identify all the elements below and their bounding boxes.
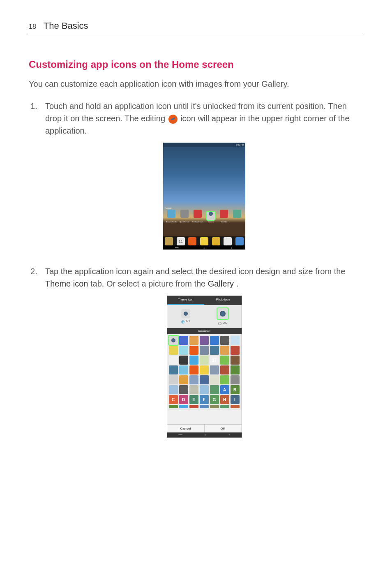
grid-icon-letter[interactable]: C: [169, 395, 178, 404]
preview-row: 1x1 2x2: [167, 305, 242, 328]
grid-icon[interactable]: [189, 356, 198, 365]
picker-tabs: Theme icon Photo icon: [167, 296, 242, 305]
grid-icon[interactable]: [189, 346, 198, 355]
grid-icon-letter[interactable]: H: [220, 395, 229, 404]
grid-icon[interactable]: [220, 346, 229, 355]
app-row: Amazon KindleQuickRemoteRedbox InstantCa…: [163, 210, 245, 220]
grid-icon[interactable]: [189, 405, 198, 408]
cancel-button[interactable]: Cancel: [167, 425, 205, 432]
grid-icon[interactable]: [220, 405, 229, 408]
app-icon[interactable]: [207, 212, 215, 220]
section-title: Customizing app icons on the Home screen: [29, 59, 363, 70]
grid-icon[interactable]: [231, 346, 240, 355]
grid-icon[interactable]: [169, 356, 178, 365]
grid-icon[interactable]: [169, 346, 178, 355]
grid-icon[interactable]: [210, 405, 219, 408]
grid-icon[interactable]: [220, 365, 229, 374]
dock-icon[interactable]: [212, 237, 220, 245]
grid-icon[interactable]: [169, 365, 178, 374]
app-icon[interactable]: [233, 210, 241, 218]
grid-icon[interactable]: [220, 356, 229, 365]
grid-icon[interactable]: [169, 385, 178, 394]
grid-icon[interactable]: [179, 365, 188, 374]
grid-icon[interactable]: [220, 336, 229, 345]
app-icon[interactable]: [194, 210, 202, 218]
step-1: Touch and hold an application icon until…: [29, 100, 363, 253]
tab-photo-icon[interactable]: Photo icon: [204, 296, 242, 305]
grid-icon-letter[interactable]: F: [200, 395, 209, 404]
grid-icon[interactable]: [189, 385, 198, 394]
grid-icon[interactable]: [189, 365, 198, 374]
ok-button[interactable]: OK: [205, 425, 242, 432]
dock-icon[interactable]: [224, 237, 232, 245]
home-icon: ⌂: [202, 246, 207, 249]
grid-icon[interactable]: [210, 385, 219, 394]
grid-icon-letter[interactable]: D: [179, 395, 188, 404]
back-icon: ⟵: [178, 433, 182, 437]
dock-icon[interactable]: [235, 237, 244, 245]
app-icon[interactable]: [180, 210, 189, 218]
gallery-bold: Gallery: [208, 279, 234, 288]
back-icon: ⟵: [174, 246, 179, 249]
grid-icon[interactable]: [169, 405, 178, 408]
grid-icon[interactable]: [231, 375, 240, 384]
status-bar: 3:00 PM: [163, 143, 245, 147]
dock-icon[interactable]: [188, 237, 196, 245]
grid-icon[interactable]: [179, 356, 188, 365]
grid-icon[interactable]: A: [220, 385, 229, 394]
grid-icon[interactable]: B: [231, 385, 240, 394]
dock-bar: Notebook11CalendarEmailChromeGalleryPlay…: [163, 236, 245, 245]
preview-icon-small: [181, 309, 190, 318]
dock-icon[interactable]: [200, 237, 208, 245]
grid-icon[interactable]: [200, 405, 209, 408]
dock-icon[interactable]: [165, 237, 173, 245]
icon-picker-screenshot: Theme icon Photo icon 1x1 2x2 Icon galle…: [167, 296, 242, 438]
preview-icon-large: [217, 307, 229, 320]
home-screen-screenshot: 3:00 PM Undo Amazon KindleQuickRemoteRed…: [163, 143, 245, 250]
grid-icon[interactable]: [210, 375, 219, 384]
grid-icon-letter[interactable]: I: [231, 395, 240, 404]
recent-icon: ≡: [228, 433, 230, 437]
grid-icon[interactable]: [210, 346, 219, 355]
grid-icon[interactable]: [200, 385, 209, 394]
theme-icon-bold: Theme icon: [45, 279, 88, 288]
grid-icon[interactable]: [169, 336, 178, 345]
grid-icon[interactable]: [220, 375, 229, 384]
grid-icon[interactable]: [179, 375, 188, 384]
paintbrush-icon: [168, 115, 178, 124]
grid-icon[interactable]: [231, 365, 240, 374]
dock-icon[interactable]: 11: [177, 237, 185, 245]
grid-icon[interactable]: [179, 336, 188, 345]
grid-icon[interactable]: [200, 356, 209, 365]
grid-icon[interactable]: [231, 405, 240, 408]
grid-icon[interactable]: [200, 375, 209, 384]
preview-1x1: 1x1: [167, 305, 205, 328]
page-header: 18 The Basics: [29, 21, 363, 34]
grid-icon[interactable]: [189, 375, 198, 384]
grid-icon[interactable]: [179, 346, 188, 355]
grid-icon[interactable]: [169, 375, 178, 384]
grid-icon[interactable]: 17: [210, 356, 219, 365]
grid-icon[interactable]: [210, 336, 219, 345]
radio-2x2[interactable]: [218, 322, 221, 325]
grid-icon[interactable]: [231, 336, 240, 345]
step-2: Tap the application icon again and selec…: [29, 265, 363, 441]
grid-icon-letter[interactable]: G: [210, 395, 219, 404]
grid-icon[interactable]: [200, 365, 209, 374]
grid-icon[interactable]: [231, 356, 240, 365]
grid-icon[interactable]: [200, 346, 209, 355]
tab-theme-icon[interactable]: Theme icon: [167, 296, 205, 305]
grid-icon[interactable]: [179, 405, 188, 408]
grid-icon-letter[interactable]: E: [189, 395, 198, 404]
app-icon[interactable]: [167, 210, 175, 218]
grid-icon[interactable]: [210, 365, 219, 374]
radio-1x1[interactable]: [181, 320, 184, 324]
picker-buttons: Cancel OK: [167, 424, 242, 432]
chapter-title: The Basics: [44, 21, 88, 31]
page-number: 18: [29, 23, 36, 30]
grid-icon[interactable]: [179, 385, 188, 394]
grid-icon[interactable]: [200, 336, 209, 345]
grid-icon[interactable]: [189, 336, 198, 345]
app-icon[interactable]: [220, 210, 228, 218]
step-list: Touch and hold an application icon until…: [29, 100, 363, 441]
